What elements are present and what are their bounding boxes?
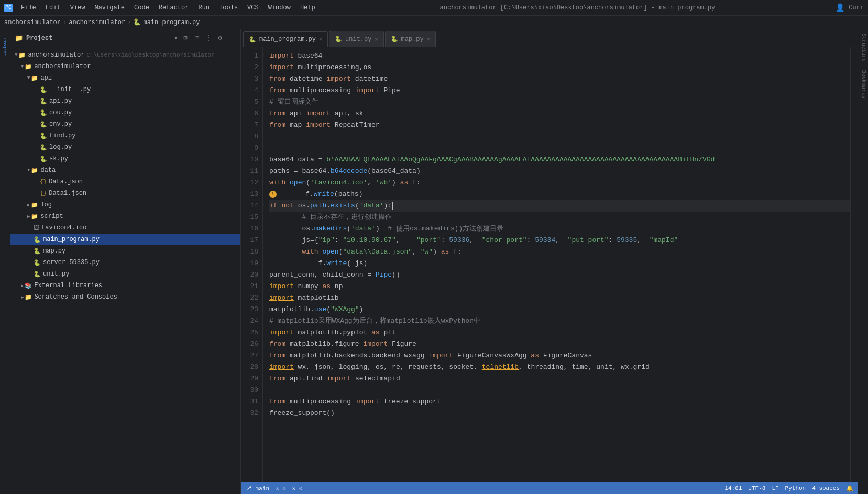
menu-tools[interactable]: Tools bbox=[215, 3, 242, 13]
tree-item-ext-libs[interactable]: ▶📚External Libraries bbox=[10, 280, 240, 291]
code-seg: ( bbox=[347, 258, 351, 269]
tree-item-cou-py[interactable]: 🐍cou.py bbox=[10, 107, 240, 118]
menu-code[interactable]: Code bbox=[130, 3, 153, 13]
tree-item-env-py[interactable]: 🐍env.py bbox=[10, 118, 240, 130]
tree-item-root[interactable]: ▼📁anchorsimulatorC:\Users\xiao\Desktop\a… bbox=[10, 49, 240, 61]
code-seg: import bbox=[355, 85, 380, 96]
tree-item-api-dir[interactable]: ▼📁api bbox=[10, 72, 240, 84]
tree-item-data1-json[interactable]: {}Data1.json bbox=[10, 188, 240, 199]
menu-refactor[interactable]: Refactor bbox=[155, 3, 193, 13]
fold-7[interactable]: ▼ bbox=[263, 122, 266, 129]
file-label-env-py: env.py bbox=[49, 120, 72, 128]
tab-main[interactable]: 🐍main_program.py✕ bbox=[243, 31, 328, 47]
file-label-log-dir: log bbox=[40, 201, 52, 208]
code-line-16: os.makedirs('data') # 使用os.makedirs()方法创… bbox=[269, 223, 850, 235]
tree-item-data-json[interactable]: {}Data.json bbox=[10, 176, 240, 188]
tree-item-find-py[interactable]: 🐍find.py bbox=[10, 130, 240, 141]
code-line-17: js={"ip": "10.10.90.67", "port": 59336, … bbox=[269, 235, 850, 246]
code-seg: ={ bbox=[310, 235, 318, 246]
tab-unit[interactable]: 🐍unit.py✕ bbox=[329, 31, 383, 47]
right-gutter bbox=[850, 47, 858, 482]
tree-item-script-dir[interactable]: ▶📁script bbox=[10, 211, 240, 222]
more-icon[interactable]: ⋮ bbox=[204, 34, 213, 43]
menu-run[interactable]: Run bbox=[194, 3, 214, 13]
tree-item-api-py[interactable]: 🐍api.py bbox=[10, 95, 240, 107]
code-seg: , bbox=[367, 361, 371, 373]
code-seg: from bbox=[269, 73, 285, 85]
menu-file[interactable]: File bbox=[17, 3, 40, 13]
code-seg: , bbox=[347, 108, 351, 119]
code-seg: , bbox=[474, 361, 478, 373]
tree-item-log-py[interactable]: 🐍log.py bbox=[10, 141, 240, 153]
indent[interactable]: 4 spaces bbox=[812, 485, 840, 492]
file-type[interactable]: Python bbox=[785, 485, 806, 492]
bookmarks-tab[interactable]: Bookmarks bbox=[858, 66, 868, 103]
code-seg: from bbox=[269, 119, 285, 131]
menu-vcs[interactable]: VCS bbox=[243, 3, 263, 13]
code-seg: matplotlib bbox=[285, 338, 331, 350]
menu-view[interactable]: View bbox=[66, 3, 90, 13]
notification-icon[interactable]: 🔔 bbox=[846, 485, 853, 492]
code-line-25: import matplotlib.pyplot as plt bbox=[269, 327, 850, 338]
code-seg bbox=[278, 200, 282, 212]
code-seg: f: bbox=[449, 246, 461, 258]
fold-12[interactable]: ▼ bbox=[263, 179, 266, 186]
code-seg: , bbox=[588, 361, 592, 373]
tree-item-sk-py[interactable]: 🐍sk.py bbox=[10, 153, 240, 164]
curr-label[interactable]: Curr bbox=[849, 4, 864, 12]
code-seg: : bbox=[335, 235, 343, 246]
tree-item-favicon-ico[interactable]: 🖼favicon4.ico bbox=[10, 222, 240, 234]
code-seg: not bbox=[281, 200, 293, 212]
line-num-2: 2 bbox=[245, 62, 258, 73]
git-branch[interactable]: ⎇ main bbox=[245, 485, 269, 492]
editor-tabs: 🐍main_program.py✕🐍unit.py✕🐍map.py✕ bbox=[241, 29, 858, 47]
expand-icon[interactable]: ≡ bbox=[192, 34, 202, 43]
tree-item-log-dir[interactable]: ▶📁log bbox=[10, 199, 240, 211]
user-icon[interactable]: 👤 bbox=[836, 3, 844, 12]
code-seg: import bbox=[363, 338, 388, 350]
tree-item-map-py[interactable]: 🐍map.py bbox=[10, 245, 240, 257]
encoding[interactable]: UTF-8 bbox=[748, 485, 765, 492]
code-seg: , bbox=[469, 235, 481, 246]
tab-map[interactable]: 🐍map.py✕ bbox=[385, 31, 436, 47]
proj-dropdown[interactable]: ▾ bbox=[174, 35, 178, 41]
menu-navigate[interactable]: Navigate bbox=[90, 3, 129, 13]
fold-1[interactable]: ▼ bbox=[263, 52, 266, 60]
line-ending[interactable]: LF bbox=[772, 485, 778, 492]
file-label-data-json: Data.json bbox=[49, 178, 83, 185]
tree-item-scratches[interactable]: ▶📁Scratches and Consoles bbox=[10, 291, 240, 303]
line-num-7: 7 bbox=[245, 119, 258, 131]
tree-item-data-dir[interactable]: ▼📁data bbox=[10, 164, 240, 176]
settings-icon[interactable]: ⚙ bbox=[215, 34, 225, 43]
errors-icon[interactable]: ✕ 0 bbox=[292, 485, 303, 492]
fold-14[interactable]: ▼ bbox=[263, 202, 266, 210]
tree-item-init-py[interactable]: 🐍__init__.py bbox=[10, 84, 240, 95]
code-seg: figure bbox=[335, 338, 364, 350]
menu-window[interactable]: Window bbox=[264, 3, 295, 13]
code-editor[interactable]: 1234567891011121314151617181920212223242… bbox=[241, 47, 858, 482]
menu-edit[interactable]: Edit bbox=[41, 3, 65, 13]
tree-item-server-py[interactable]: 🐍server-59335.py bbox=[10, 257, 240, 268]
project-tab[interactable]: Project bbox=[0, 31, 10, 63]
bc-item-2[interactable]: anchorsimulator bbox=[69, 19, 125, 26]
code-seg: . bbox=[302, 373, 306, 385]
tab-close-unit[interactable]: ✕ bbox=[375, 36, 378, 42]
code-seg: sk bbox=[351, 108, 363, 119]
tree-item-anchorsimulator-dir[interactable]: ▼📁anchorsimulator bbox=[10, 61, 240, 72]
warnings-icon[interactable]: ⚠ 0 bbox=[276, 485, 286, 492]
fold-19[interactable]: ▼ bbox=[263, 260, 266, 267]
tab-close-map[interactable]: ✕ bbox=[427, 36, 430, 42]
minimize-icon[interactable]: — bbox=[227, 34, 236, 43]
code-seg: ( bbox=[326, 304, 331, 315]
collapse-all-icon[interactable]: ⊞ bbox=[181, 34, 190, 43]
tree-item-main-py[interactable]: 🐍main_program.py bbox=[10, 234, 240, 245]
code-content[interactable]: ▼import base64import multiprocessing,osf… bbox=[263, 47, 850, 482]
structure-tab[interactable]: Structure bbox=[858, 29, 868, 66]
bc-item-1[interactable]: anchorsimulator bbox=[4, 19, 61, 26]
code-seg: , bbox=[384, 361, 388, 373]
tree-item-unit-py[interactable]: 🐍unit.py bbox=[10, 268, 240, 280]
code-seg: api bbox=[331, 108, 347, 119]
menu-help[interactable]: Help bbox=[296, 3, 320, 13]
line-col[interactable]: 14:81 bbox=[724, 485, 742, 492]
tab-close-main[interactable]: ✕ bbox=[319, 36, 322, 42]
